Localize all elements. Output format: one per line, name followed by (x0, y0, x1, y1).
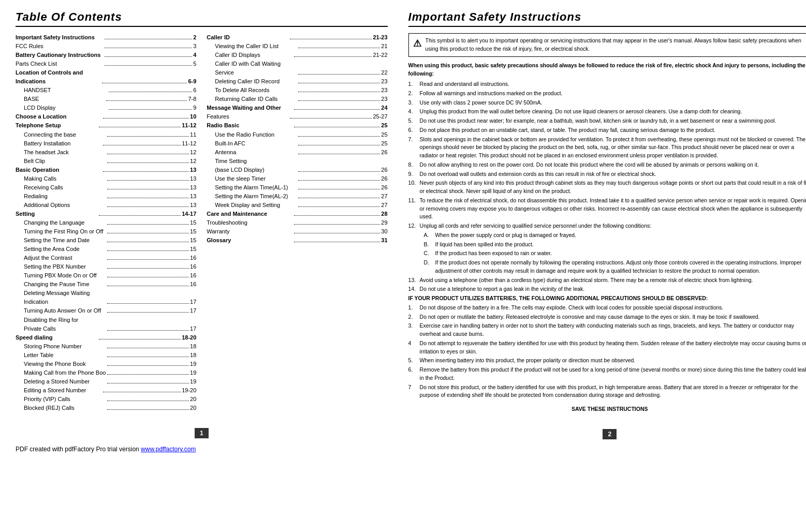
toc-label: Week Display and Setting (207, 201, 297, 210)
safety-item: 6.Remove the battery from this product i… (408, 366, 806, 382)
safety-item: 9.Do not overload wall outlets and exten… (408, 170, 806, 179)
toc-entry: Caller ID 21-23 (207, 33, 387, 42)
safety-item: 13.Avoid using a telephone (other than a… (408, 276, 806, 285)
toc-entry: Setting the Alarm Time(AL-1) 26 (207, 183, 387, 192)
toc-label: Turning PBX Mode On or Off (16, 271, 106, 280)
toc-entry: Making Calls 13 (16, 174, 196, 183)
item-num: 6. (408, 366, 418, 382)
toc-page: 29 (381, 218, 387, 227)
toc-label: Connecting the base (16, 130, 106, 139)
item-text: If liquid has been spilled into the prod… (435, 241, 534, 249)
toc-dots (294, 233, 380, 233)
toc-dots (298, 83, 380, 83)
toc-label: Troubleshooting (207, 218, 293, 227)
item-text: Remove the battery from this product if … (420, 366, 806, 382)
item-num: 9. (408, 170, 418, 179)
toc-entry: Time Setting (207, 157, 387, 166)
item-text: Do not use a telephone to report a gas l… (420, 285, 585, 293)
left-page-number: 1 (195, 428, 209, 438)
toc-page: 11-12 (182, 121, 196, 130)
toc-entry: Radio Basic 25 (207, 121, 387, 130)
item-num: 13. (408, 276, 418, 285)
toc-page: 2 (193, 33, 196, 42)
toc-dots (294, 127, 380, 127)
toc-entry: Setting the Alarm Time(AL-2) 27 (207, 192, 387, 201)
toc-dots (107, 365, 189, 366)
toc-label: Basic Operation (16, 166, 102, 174)
toc-page: 30 (381, 227, 387, 236)
toc-dots (99, 215, 181, 216)
toc-label: Caller ID Displays (207, 51, 293, 60)
toc-dots (103, 118, 189, 119)
toc-entry: Priority (VIP) Calls 20 (16, 395, 196, 404)
toc-entry: Week Display and Setting 27 (207, 201, 387, 210)
toc-dots (298, 136, 380, 137)
toc-entry: Deleting Caller ID Record 23 (207, 77, 387, 86)
toc-label: Indication (16, 298, 106, 306)
toc-dots (99, 339, 181, 339)
toc-dots (294, 224, 380, 225)
toc-dots (107, 409, 189, 410)
item-text: Read and understand all instructions. (420, 80, 509, 88)
toc-dots (107, 242, 189, 242)
item-text: Never push objects of any kind into this… (420, 179, 806, 196)
toc-dots (107, 198, 189, 198)
toc-page: 16 (190, 254, 196, 262)
toc-title: Table Of Contents (16, 10, 388, 27)
toc-entry: Message Waiting and Other 24 (207, 104, 387, 112)
item-text: Unplug all cords and refer servicing to … (420, 222, 652, 230)
toc-label: Time Setting (207, 157, 246, 166)
safety-list: 1.Read and understand all instructions.2… (408, 80, 806, 400)
toc-dots (298, 92, 380, 92)
pdf-footer-link[interactable]: www.pdffactory.com (141, 446, 196, 453)
toc-page: 22 (381, 68, 387, 77)
toc-entry: Battery Cautionary Instructions 4 (16, 51, 196, 60)
item-text: Do not allow anything to rest on the pow… (420, 161, 759, 169)
item-text: Do not use this product near water; for … (420, 117, 776, 125)
item-num: 3. (408, 322, 418, 338)
toc-dots (298, 74, 380, 75)
toc-dots (290, 118, 372, 119)
toc-label: BASE (16, 95, 105, 104)
toc-page: 21 (381, 42, 387, 51)
toc-dots (107, 136, 189, 137)
toc-page: 17 (190, 324, 196, 333)
toc-entry: (base LCD Display) 26 (207, 166, 387, 174)
toc-label: Caller ID with Call Waiting (207, 60, 281, 68)
toc-label: Radio Basic (207, 121, 293, 130)
toc-dots (107, 224, 189, 225)
toc-page: 6 (193, 86, 196, 95)
toc-page: 13 (190, 174, 196, 183)
safety-title: Important Safety Instructions (408, 10, 806, 27)
toc-label: Turning Auto Answer On or Off (16, 306, 106, 315)
toc-label: Telephone Setup (16, 121, 98, 130)
safety-item: 7Do not store this product, or the batte… (408, 383, 806, 400)
toc-entry: To Delete All Records 23 (207, 86, 387, 95)
warning-icon: ⚠ (413, 38, 421, 49)
toc-entry: HANDSET 6 (16, 86, 196, 95)
toc-dots (107, 383, 189, 383)
safety-item: 3.Use only with class 2 power source DC … (408, 99, 806, 107)
item-text: If the product has been exposed to rain … (435, 249, 552, 258)
toc-dots (298, 145, 380, 145)
toc-page: 5 (193, 60, 196, 68)
toc-dots (107, 233, 189, 233)
toc-label: Disabling the Ring for (16, 316, 78, 324)
toc-entry: Choose a Location 10 (16, 112, 196, 121)
toc-entry: Turning PBX Mode On or Off 16 (16, 271, 196, 280)
item-num: 4 (408, 339, 418, 356)
save-instructions: SAVE THESE INSTRUCTIONS (408, 405, 806, 413)
pdf-footer-text: PDF created with pdfFactory Pro trial ve… (16, 446, 141, 453)
toc-page: 16 (190, 280, 196, 289)
toc-label: Setting the Area Code (16, 245, 106, 254)
toc-label: Deleting Caller ID Record (207, 77, 297, 86)
toc-entry: Deleting a Stored Number 19 (16, 377, 196, 386)
toc-label: Use the Radio Function (207, 130, 297, 139)
item-text: IF YOUR PRODUCT UTILIZES BATTERIES, THE … (408, 294, 708, 303)
toc-dots (298, 198, 380, 198)
safety-item: 4Do not attempt to rejuvenate the batter… (408, 339, 806, 356)
toc-dots (106, 100, 187, 101)
toc-dots (103, 145, 181, 145)
toc-dots (105, 39, 193, 39)
toc-page: 25-27 (373, 112, 387, 121)
